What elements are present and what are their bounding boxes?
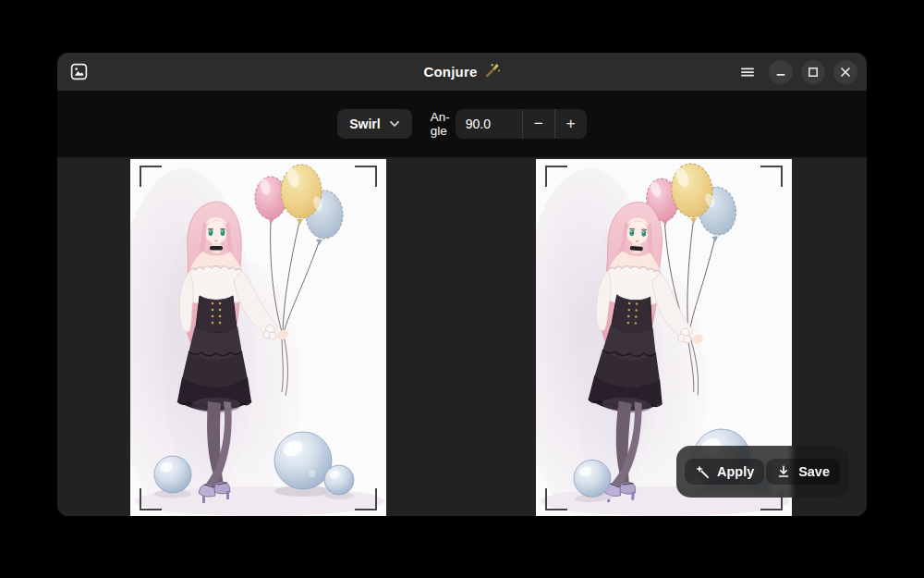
minimize-icon (775, 67, 786, 78)
window-title-text: Conjure (423, 64, 477, 80)
close-icon (840, 67, 851, 78)
apply-button-label: Apply (717, 464, 754, 479)
maximize-icon (808, 67, 819, 78)
magic-wand-emoji-icon (484, 62, 501, 81)
save-button[interactable]: Save (766, 459, 840, 485)
magic-wand-icon (695, 464, 710, 479)
save-button-label: Save (798, 464, 830, 479)
window-controls (735, 53, 857, 91)
filter-toolbar: Swirl An- gle − + (57, 91, 867, 157)
apply-button[interactable]: Apply (685, 459, 764, 485)
angle-decrement-button[interactable]: − (522, 109, 554, 139)
action-pill: Apply Save (676, 446, 848, 498)
angle-label: An- gle (431, 110, 450, 138)
angle-increment-button[interactable]: + (554, 109, 587, 139)
filter-dropdown-label: Swirl (349, 117, 380, 131)
save-download-icon (776, 464, 791, 479)
titlebar[interactable]: Conjure (57, 53, 867, 91)
hamburger-menu-icon (740, 65, 755, 80)
menu-button[interactable] (735, 59, 760, 85)
filter-dropdown[interactable]: Swirl (337, 109, 411, 139)
maximize-button[interactable] (801, 60, 825, 84)
conjure-window: Conjure (57, 53, 867, 516)
original-image (130, 159, 386, 516)
close-button[interactable] (833, 60, 857, 84)
original-image-panel (130, 159, 386, 516)
minimize-button[interactable] (769, 60, 793, 84)
chevron-down-icon (389, 120, 400, 128)
angle-spinbox: − + (456, 109, 587, 139)
angle-value-input[interactable] (456, 109, 522, 139)
image-compare-area: Apply Save (57, 157, 867, 516)
app-image-icon (69, 62, 89, 81)
